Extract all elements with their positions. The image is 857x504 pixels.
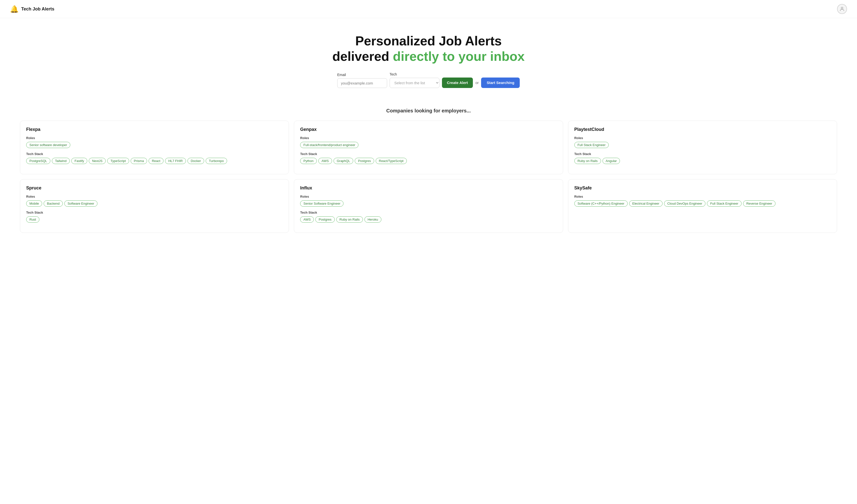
tech-tag: React/TypeScript [376,158,407,164]
tech-tags: PostgreSQLTailwindFastifyNextJSTypeScrip… [26,158,283,164]
role-tag: Backend [44,200,63,207]
role-tag: Software Engineer [64,200,98,207]
header: 🔔 Tech Job Alerts [0,0,857,18]
company-name: Genpax [300,127,557,132]
avatar-button[interactable] [837,4,847,14]
tech-label: Tech [390,72,439,76]
tech-tag: TypeScript [107,158,129,164]
roles-tags: MobileBackendSoftware Engineer [26,200,283,207]
tech-tags: Rust [26,216,283,223]
svg-point-0 [841,7,843,9]
email-field-group: Email [337,73,387,88]
tech-tag: Docker [187,158,204,164]
tech-field-group: Tech Select from the list [390,72,439,88]
companies-section: Companies looking for employers... Flexp… [0,98,857,248]
company-card: Influx Roles Senior Software Engineer Te… [294,179,563,233]
company-card: PlaytestCloud Roles Full Stack Engineer … [568,121,837,174]
company-card: SkySafe Roles Software (C++/Python) Engi… [568,179,837,233]
company-name: Spruce [26,185,283,191]
tech-tag: NextJS [89,158,106,164]
tech-tag: Python [300,158,317,164]
role-tag: Electrical Engineer [629,200,662,207]
email-label: Email [337,73,387,77]
role-tag: Senior software developer [26,142,70,148]
tech-tag: Turborepo [206,158,227,164]
roles-tags: Senior software developer [26,142,283,148]
or-separator: or [475,78,478,88]
start-searching-button[interactable]: Start Searching [481,78,520,88]
tech-tag: Ruby on Rails [336,216,363,223]
logo-area: 🔔 Tech Job Alerts [10,5,54,13]
roles-label: Roles [300,195,557,198]
create-alert-button[interactable]: Create Alert [442,78,473,88]
companies-grid: Flexpa Roles Senior software developer T… [20,121,837,233]
alert-form: Email Tech Select from the list Create A… [5,72,852,88]
tech-label: Tech Stack [300,152,557,156]
roles-tags: Software (C++/Python) EngineerElectrical… [574,200,831,207]
hero-title: Personalized Job Alerts delivered direct… [5,33,852,64]
role-tag: Software (C++/Python) Engineer [574,200,628,207]
tech-label: Tech Stack [26,152,283,156]
tech-tag: PostgreSQL [26,158,50,164]
hero-section: Personalized Job Alerts delivered direct… [0,18,857,98]
roles-label: Roles [26,136,283,140]
tech-tag: HL7 FHIR [165,158,186,164]
company-card: Flexpa Roles Senior software developer T… [20,121,289,174]
tech-tag: Heroku [365,216,381,223]
roles-tags: Senior Software Engineer [300,200,557,207]
tech-label: Tech Stack [26,211,283,214]
company-card: Spruce Roles MobileBackendSoftware Engin… [20,179,289,233]
role-tag: Mobile [26,200,42,207]
tech-tag: AWS [318,158,332,164]
tech-tag: Prisma [131,158,147,164]
roles-tags: Full Stack Engineer [574,142,831,148]
tech-label: Tech Stack [574,152,831,156]
role-tag: Full-stack/frontend/product engineer [300,142,358,148]
roles-label: Roles [574,195,831,198]
tech-tag: Postgres [355,158,374,164]
roles-label: Roles [574,136,831,140]
tech-tag: Postgres [315,216,335,223]
logo-text: Tech Job Alerts [21,6,54,12]
email-input[interactable] [337,78,387,88]
tech-tag: Angular [603,158,620,164]
tech-tag: GraphQL [334,158,353,164]
roles-label: Roles [300,136,557,140]
role-tag: Full Stack Engineer [574,142,609,148]
company-name: Flexpa [26,127,283,132]
tech-tag: Ruby on Rails [574,158,601,164]
tech-label: Tech Stack [300,211,557,214]
tech-tags: PythonAWSGraphQLPostgresReact/TypeScript [300,158,557,164]
companies-title: Companies looking for employers... [20,108,837,114]
role-tag: Reverse Engineer [743,200,775,207]
tech-select[interactable]: Select from the list [390,78,439,88]
company-card: Genpax Roles Full-stack/frontend/product… [294,121,563,174]
tech-tags: AWSPostgresRuby on RailsHeroku [300,216,557,223]
company-name: Influx [300,185,557,191]
roles-label: Roles [26,195,283,198]
company-name: PlaytestCloud [574,127,831,132]
tech-tag: React [149,158,164,164]
role-tag: Senior Software Engineer [300,200,343,207]
role-tag: Full Stack Engineer [707,200,742,207]
tech-tag: Tailwind [52,158,70,164]
role-tag: Cloud DevOps Engineer [664,200,705,207]
tech-tag: Rust [26,216,39,223]
tech-tags: Ruby on RailsAngular [574,158,831,164]
company-name: SkySafe [574,185,831,191]
roles-tags: Full-stack/frontend/product engineer [300,142,557,148]
bell-icon: 🔔 [10,5,19,13]
tech-tag: AWS [300,216,314,223]
tech-tag: Fastify [71,158,87,164]
